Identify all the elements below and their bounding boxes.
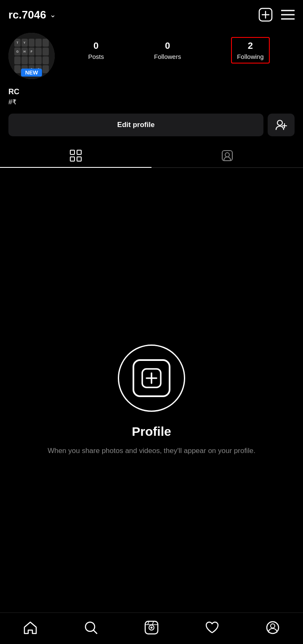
key (43, 56, 49, 64)
posts-count: 0 (93, 40, 98, 51)
nav-reels[interactable] (140, 619, 163, 636)
chevron-down-icon[interactable]: ⌄ (50, 10, 56, 19)
key (35, 48, 42, 56)
svg-rect-9 (70, 150, 74, 154)
followers-label: Followers (154, 53, 181, 60)
posts-label: Posts (88, 53, 104, 60)
feed-area (0, 168, 303, 328)
edit-profile-button[interactable]: Edit profile (8, 114, 263, 136)
followers-count: 0 (165, 40, 170, 51)
new-badge: NEW (21, 69, 42, 77)
key (21, 56, 28, 64)
nav-home[interactable] (19, 619, 42, 636)
key (29, 39, 35, 47)
profile-section: T Y G H F 8 9 NEW (0, 26, 303, 83)
tab-grid[interactable] (0, 144, 152, 167)
empty-state: Profile When you share photos and videos… (0, 328, 303, 473)
empty-state-subtitle: When you share photos and videos, they'l… (48, 445, 255, 456)
add-post-icon[interactable] (133, 359, 170, 397)
svg-line-19 (93, 630, 97, 633)
profile-name: RC (8, 87, 295, 96)
key: F (29, 48, 35, 56)
bottom-nav (0, 612, 303, 644)
stats-container: 0 Posts 0 Followers 2 Following (63, 33, 295, 64)
username-label[interactable]: rc.7046 (8, 8, 46, 21)
menu-icon[interactable] (281, 10, 295, 20)
key: H (21, 48, 28, 56)
action-buttons: Edit profile (0, 106, 303, 144)
empty-state-title: Profile (132, 424, 171, 439)
key (14, 56, 21, 64)
following-count: 2 (248, 40, 253, 51)
key (29, 56, 35, 64)
svg-point-27 (271, 624, 275, 628)
add-user-button[interactable] (268, 114, 295, 136)
nav-profile[interactable] (261, 619, 284, 636)
posts-stat[interactable]: 0 Posts (88, 40, 104, 60)
header-right (258, 8, 295, 22)
nav-search[interactable] (80, 619, 102, 636)
tab-tagged[interactable] (152, 144, 303, 167)
svg-rect-10 (77, 150, 81, 154)
key (35, 56, 42, 64)
key (14, 65, 21, 73)
key (43, 39, 49, 47)
svg-point-6 (277, 120, 282, 125)
header-left: rc.7046 ⌄ (8, 8, 56, 21)
add-content-icon[interactable] (258, 8, 273, 22)
tabs (0, 144, 303, 168)
svg-point-22 (151, 627, 153, 629)
key: T (14, 39, 21, 47)
followers-stat[interactable]: 0 Followers (154, 40, 181, 60)
profile-bio: #₹ (8, 98, 295, 106)
svg-point-14 (225, 153, 229, 157)
header: rc.7046 ⌄ (0, 0, 303, 26)
key (35, 39, 42, 47)
empty-icon-circle (118, 345, 185, 412)
following-label: Following (237, 53, 263, 60)
key: G (14, 48, 21, 56)
svg-rect-11 (70, 157, 74, 161)
following-stat[interactable]: 2 Following (231, 37, 269, 64)
profile-info: RC #₹ (0, 83, 303, 106)
svg-rect-12 (77, 157, 81, 161)
key (43, 65, 49, 73)
nav-likes[interactable] (201, 619, 223, 636)
key: Y (21, 39, 28, 47)
key (43, 48, 49, 56)
avatar-container: T Y G H F 8 9 NEW (8, 33, 55, 79)
